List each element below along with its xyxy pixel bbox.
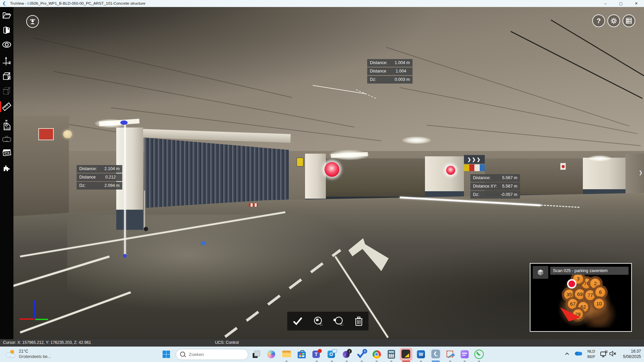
running-indicator [376,361,378,362]
snap-vertex-button[interactable]: C: [334,316,344,326]
cyclone-app-button-attention[interactable] [399,348,413,361]
measure-tool-button[interactable] [0,100,13,113]
running-indicator [478,361,480,362]
outlook-button[interactable]: O [327,349,337,359]
ceiling-shade [13,7,644,164]
scan-node[interactable]: 77 [585,290,595,300]
person-rotate-icon [29,18,36,25]
chrome-button[interactable] [372,349,382,359]
tooltip-row: Distance:2.104 m [77,165,122,173]
speaker-mute-icon [609,351,616,357]
scan-position-marker[interactable] [325,162,339,177]
snipping-tool-button[interactable]: + [445,349,455,359]
vr-headset-icon [2,136,11,143]
clipchamp-icon [461,350,469,358]
tooltip-value: 0.212 m [105,173,120,181]
vr-view-button[interactable] [0,133,13,146]
word-button[interactable]: W [416,349,426,359]
clock-widget[interactable]: 16:37 5/08/2025 [623,349,641,359]
volume-tray-button[interactable] [609,351,616,358]
delete-measure-button[interactable] [354,316,363,326]
measurement-tooltip: Distance:1.004 m Distance XY:1.004 m Dz:… [367,59,413,84]
cube-icon [537,269,544,276]
current-scan-marker[interactable] [568,280,575,287]
file-explorer-button[interactable] [282,349,292,359]
running-indicator [361,361,363,362]
scan-node[interactable]: 35 [564,290,574,300]
tool-sidebar: LGSX [0,7,13,339]
prohibition-sign-dot [562,165,565,168]
language-line2: BEP [587,354,595,359]
copilot-button[interactable] [266,349,276,359]
app-logo-icon [3,1,7,6]
store-icon [298,350,306,358]
display-tray-button[interactable] [600,351,608,359]
tooltip-value: 2.094 m [104,182,120,190]
taskbar-search[interactable] [176,349,248,360]
language-indicator[interactable]: NLD BEP [587,349,595,359]
clipchamp-button[interactable] [460,349,470,359]
scan-node[interactable]: 10 [594,299,604,309]
confirm-measure-button[interactable] [293,317,303,325]
task-view-button[interactable] [251,349,261,359]
active-underline [432,361,440,362]
todo-check-icon: 8 [357,350,367,359]
tooltip-value: 5.567 m [502,174,517,182]
cube-list-icon [2,72,11,81]
todo-button[interactable]: 8 [357,349,367,359]
pano-viewport[interactable]: ❯❯❯ don [13,7,644,339]
snipping-icon: + [446,350,454,358]
weather-widget[interactable]: 21°C Grotendeels be... [5,349,51,360]
search-input[interactable] [188,349,245,360]
onedrive-tray-button[interactable] [574,350,583,357]
settings-button[interactable] [607,14,620,27]
whatsapp-icon [474,350,484,359]
puzzle-icon [2,164,11,172]
look-around-button[interactable] [26,15,39,28]
ceiling-light [329,150,369,160]
maximize-button[interactable]: ▢ [613,0,629,7]
tooltip-label: Distance XY: [79,173,102,181]
bounding-box-button[interactable] [0,85,13,98]
scan-node[interactable]: 6 [595,287,605,297]
tooltip-label: Distance: [370,59,387,67]
panel-expand-chevron[interactable]: ❯ [639,170,643,175]
truview-app-button-active[interactable]: ❮ TV [429,348,442,361]
brand-sign [464,164,485,171]
eye-icon [2,42,11,48]
calculator-button[interactable] [386,349,396,359]
measure-endpoint-handle[interactable] [120,120,128,125]
lgsx-tag-button[interactable]: LGSX [0,119,13,132]
weather-icon [5,349,16,359]
minimap-view-button[interactable] [533,266,548,279]
minimap-panel: 3 76 2 35 69 77 6 67 62 10 29 Scan 025 [530,263,632,332]
copilot-icon [267,350,275,358]
axis-triad-x [19,318,35,320]
scan-position-marker[interactable] [446,166,455,175]
dashed-cube-icon [2,87,11,96]
ms-store-button[interactable] [297,349,307,359]
media-button[interactable] [0,146,13,158]
calculator-icon [388,350,395,359]
visibility-button[interactable] [0,38,13,51]
cube-view-button[interactable] [0,70,13,83]
close-button[interactable]: ✕ [629,0,644,7]
scan-list-button[interactable] [622,14,635,27]
coordinate-axes-button[interactable] [0,55,13,68]
panorama-view-button[interactable] [0,24,13,37]
snap-center-button[interactable]: C: [313,316,323,326]
scan-node[interactable]: 69 [575,289,585,299]
plugins-button[interactable] [0,162,13,174]
loop-badge: 1 [347,349,352,354]
minimize-button[interactable]: – [598,0,613,7]
teams-button[interactable]: T [312,349,322,359]
help-button[interactable]: ? [592,14,605,27]
question-icon: ? [597,17,601,25]
open-project-button[interactable] [0,9,13,21]
tooltip-value: 1.004 m [395,59,410,67]
start-button[interactable] [161,349,171,359]
loop-button[interactable]: 1 [342,349,352,359]
tray-expand-button[interactable] [565,351,569,357]
measure-endpoint-handle[interactable] [123,254,127,258]
whatsapp-button[interactable] [474,349,484,359]
